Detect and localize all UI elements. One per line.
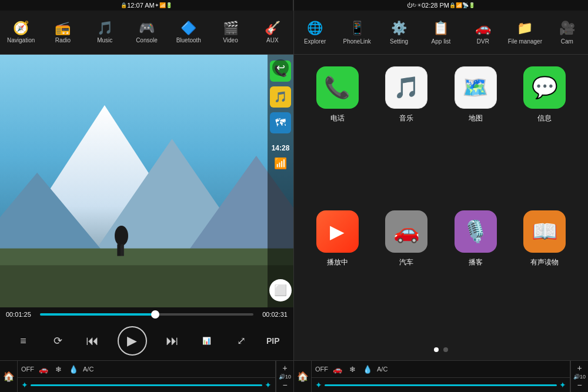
nav-applist[interactable]: 📋 App list xyxy=(420,11,462,54)
defrost-icon-right[interactable]: ❄ xyxy=(347,364,358,375)
music-side-btn[interactable]: 🎵 xyxy=(270,86,291,108)
vol-up-left[interactable]: + xyxy=(282,363,287,373)
app-phone[interactable]: 📞 电话 xyxy=(306,66,369,199)
playlist-btn[interactable]: ≡ xyxy=(14,331,32,350)
app-messages[interactable]: 💬 信息 xyxy=(513,66,577,199)
filemanager-icon: 📁 xyxy=(517,21,533,36)
next-btn[interactable]: ⏭ xyxy=(163,331,182,350)
left-status-time: 🔒 12:07 AM ✦ 📶 🔋 xyxy=(0,0,293,11)
back-button[interactable]: ↩ xyxy=(272,59,289,76)
messages-app-icon: 💬 xyxy=(523,66,566,109)
home-button[interactable]: ⬜ xyxy=(269,279,292,301)
dvr-label: DVR xyxy=(477,38,489,45)
video-icon: 🎬 xyxy=(223,22,239,35)
phonelink-label: PhoneLink xyxy=(343,38,371,45)
wifi-status-left: 📶 xyxy=(159,2,166,8)
nav-explorer[interactable]: 🌐 Explorer xyxy=(294,11,336,54)
svg-point-7 xyxy=(115,226,128,246)
right-status-bar: ⏻ ↻ ☀ 02:28 PM 🔒 📶 📡 🔋 xyxy=(294,0,588,11)
car-app-icon: 🚗 xyxy=(385,210,427,253)
nav-dvr[interactable]: 🚗 DVR xyxy=(462,11,504,54)
left-panel: 🔒 12:07 AM ✦ 📶 🔋 🧭 Navigation 📻 Radio 🎵 … xyxy=(0,0,294,392)
radio-label: Radio xyxy=(55,37,71,43)
rain-icon[interactable]: 💧 xyxy=(66,364,81,375)
lock-icon-right: 🔒 xyxy=(449,2,456,8)
setting-label: Setting xyxy=(390,38,408,45)
vol-down-right[interactable]: − xyxy=(577,380,582,390)
right-panel: ⏻ ↻ ☀ 02:28 PM 🔒 📶 📡 🔋 🌐 Explorer 📱 Phon… xyxy=(294,0,588,392)
nav-phonelink[interactable]: 📱 PhoneLink xyxy=(336,11,377,54)
app-audiobook[interactable]: 📖 有声读物 xyxy=(513,210,577,343)
side-icons-panel: 📞 🎵 🗺 14:28 📶 ⬜ xyxy=(268,55,293,307)
setting-icon: ⚙️ xyxy=(391,21,407,36)
messages-app-label: 信息 xyxy=(537,113,552,123)
vol-side-left: + 🔊10 − xyxy=(276,361,293,392)
page-dot-2[interactable] xyxy=(443,347,448,352)
vol-label-right: 🔊10 xyxy=(573,374,586,380)
dvr-icon: 🚗 xyxy=(475,21,491,36)
maps-side-btn[interactable]: 🗺 xyxy=(270,112,291,133)
nav-radio[interactable]: 📻 Radio xyxy=(42,11,83,54)
phonelink-icon: 📱 xyxy=(349,21,365,36)
podcast-app-icon: 🎙️ xyxy=(455,210,497,253)
vol-up-right[interactable]: + xyxy=(577,363,582,373)
fan-icon-right-right: ✦ xyxy=(559,380,566,390)
app-maps[interactable]: 🗺️ 地图 xyxy=(444,66,507,199)
wifi-icon-right: 📶 xyxy=(456,2,462,8)
right-home-btn[interactable]: 🏠 xyxy=(294,361,312,392)
app-grid-area: 📞 电话 🎵 音乐 🗺️ 地图 💬 信息 ▶ 播放中 xyxy=(294,55,588,360)
app-podcast[interactable]: 🎙️ 播客 xyxy=(444,210,507,343)
maps-app-icon: 🗺️ xyxy=(455,66,497,109)
nav-navigation[interactable]: 🧭 Navigation xyxy=(0,11,42,54)
battery-status-left: 🔋 xyxy=(166,2,172,8)
nav-console[interactable]: 🎮 Console xyxy=(126,11,168,54)
phone-app-icon: 📞 xyxy=(316,66,359,109)
play-btn[interactable]: ▶ xyxy=(118,326,147,356)
vol-down-left[interactable]: − xyxy=(282,380,287,390)
controls-bar: ≡ ⟳ ⏮ ▶ ⏭ 📊 ⤢ PIP xyxy=(0,321,293,360)
filemanager-label: File manager xyxy=(508,38,542,45)
nav-filemanager[interactable]: 📁 File manager xyxy=(504,11,546,54)
car-app-label: 汽车 xyxy=(399,257,413,267)
car-icon-left[interactable]: 🚗 xyxy=(36,364,51,375)
nav-cam[interactable]: 🎥 Cam xyxy=(546,11,588,54)
signal-icon-right: 📡 xyxy=(462,2,469,8)
defrost-icon[interactable]: ❄ xyxy=(53,364,64,375)
applist-icon: 📋 xyxy=(433,21,449,36)
pip-btn[interactable]: PIP xyxy=(266,336,280,346)
aux-label: AUX xyxy=(266,37,279,43)
car-icon-right[interactable]: 🚗 xyxy=(330,364,345,375)
power-icon-right: ⏻ xyxy=(407,2,412,8)
bluetooth-nav-icon: 🔷 xyxy=(181,22,196,35)
maps-app-label: 地图 xyxy=(469,113,483,123)
app-car[interactable]: 🚗 汽车 xyxy=(375,210,439,343)
right-time-display: 02:28 PM xyxy=(422,2,449,9)
progress-track[interactable] xyxy=(40,313,253,316)
bluetooth-label: Bluetooth xyxy=(176,37,201,43)
nav-video[interactable]: 🎬 Video xyxy=(209,11,251,54)
applist-label: App list xyxy=(432,38,451,45)
bottom-back-btn[interactable]: 🏠 xyxy=(0,361,18,392)
app-nowplaying[interactable]: ▶ 播放中 xyxy=(306,210,369,343)
off-label-left: OFF xyxy=(21,366,34,373)
explorer-icon: 🌐 xyxy=(307,21,323,36)
nav-aux[interactable]: 🎸 AUX xyxy=(252,11,293,54)
nav-bluetooth[interactable]: 🔷 Bluetooth xyxy=(168,11,209,54)
prev-btn[interactable]: ⏮ xyxy=(83,331,102,350)
right-bottom-controls: OFF 🚗 ❄ 💧 A/C ✦ ✦ xyxy=(312,361,570,392)
app-music[interactable]: 🎵 音乐 xyxy=(375,66,439,199)
current-time: 00:01:25 xyxy=(6,311,35,318)
right-nav-bar: 🌐 Explorer 📱 PhoneLink ⚙️ Setting 📋 App … xyxy=(294,11,588,55)
nav-music[interactable]: 🎵 Music xyxy=(84,11,126,54)
eq-btn[interactable]: 📊 xyxy=(197,331,216,350)
rain-icon-right[interactable]: 💧 xyxy=(360,364,375,375)
repeat-btn[interactable]: ⟳ xyxy=(48,331,67,350)
nav-setting[interactable]: ⚙️ Setting xyxy=(378,11,420,54)
sun-icon-right: ☀ xyxy=(417,2,422,8)
page-dot-1[interactable] xyxy=(434,347,439,352)
console-icon: 🎮 xyxy=(139,22,155,35)
console-label: Console xyxy=(136,37,158,43)
battery-icon-right: 🔋 xyxy=(469,2,475,8)
svg-rect-8 xyxy=(117,244,121,256)
shuffle-btn[interactable]: ⤢ xyxy=(232,331,250,350)
